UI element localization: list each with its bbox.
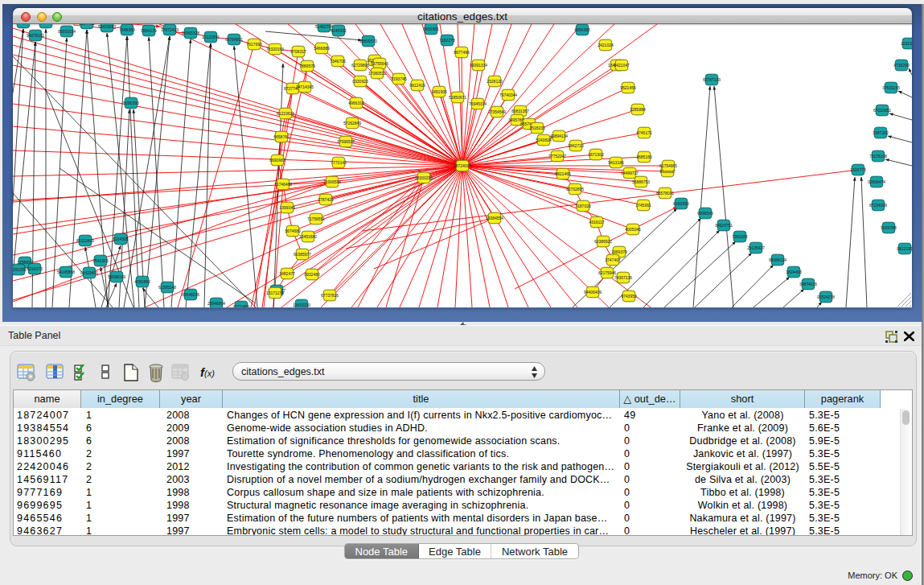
svg-text:7346706: 7346706 [330, 59, 346, 64]
svg-text:0564139: 0564139 [141, 28, 157, 33]
svg-text:1745961: 1745961 [635, 203, 651, 208]
svg-text:1399049: 1399049 [279, 205, 295, 210]
svg-text:19384554: 19384554 [486, 216, 503, 220]
svg-text:6690967: 6690967 [269, 158, 285, 163]
svg-text:2787429: 2787429 [318, 197, 334, 202]
svg-text:60385977: 60385977 [294, 252, 311, 257]
svg-text:5466889: 5466889 [314, 46, 330, 51]
svg-text:10122691: 10122691 [202, 35, 220, 39]
svg-text:6193990: 6193990 [673, 201, 689, 206]
svg-text:4005045: 4005045 [625, 227, 641, 232]
svg-text:80831367: 80831367 [511, 109, 529, 113]
svg-text:99091334: 99091334 [470, 63, 487, 68]
svg-text:86578091: 86578091 [656, 191, 674, 196]
svg-text:9743953: 9743953 [621, 294, 637, 299]
svg-text:96965328: 96965328 [182, 31, 199, 35]
svg-text:02606474: 02606474 [868, 179, 885, 184]
svg-text:9421047: 9421047 [614, 63, 630, 68]
svg-text:77752047: 77752047 [548, 154, 566, 159]
svg-text:3482477: 3482477 [279, 271, 295, 276]
svg-text:76320163: 76320163 [266, 47, 284, 51]
svg-text:62729806: 62729806 [351, 63, 369, 68]
svg-text:4216073: 4216073 [27, 266, 43, 271]
svg-text:27354549: 27354549 [488, 109, 506, 114]
svg-text:55698169: 55698169 [108, 274, 125, 279]
svg-text:94406409: 94406409 [584, 290, 602, 295]
svg-text:76945314: 76945314 [469, 101, 487, 106]
svg-text:9413186: 9413186 [608, 160, 624, 165]
svg-text:0812191: 0812191 [897, 246, 912, 251]
svg-text:67010651: 67010651 [873, 108, 891, 113]
svg-text:6998543: 6998543 [697, 211, 713, 216]
svg-text:17080531: 17080531 [368, 71, 386, 76]
svg-text:8677496: 8677496 [454, 50, 470, 55]
svg-text:34874016: 34874016 [799, 282, 817, 286]
svg-text:65648236: 65648236 [182, 292, 199, 297]
svg-text:7543303: 7543303 [92, 258, 109, 263]
svg-text:51850671: 51850671 [449, 95, 466, 100]
svg-text:57262849: 57262849 [343, 121, 361, 126]
svg-text:74367136: 74367136 [614, 275, 632, 280]
svg-text:71746488: 71746488 [274, 182, 292, 187]
svg-text:18300295: 18300295 [415, 175, 433, 180]
svg-text:7889579: 7889579 [299, 64, 315, 68]
svg-text:53419283: 53419283 [98, 24, 116, 29]
svg-text:53755646: 53755646 [371, 61, 388, 66]
svg-text:7193745: 7193745 [391, 76, 407, 81]
svg-text:2260256: 2260256 [13, 267, 27, 272]
svg-text:7187026: 7187026 [575, 204, 591, 208]
svg-text:00524278: 00524278 [817, 295, 835, 299]
svg-text:25135427: 25135427 [747, 245, 765, 250]
svg-text:37940265: 37940265 [14, 24, 32, 25]
svg-text:94078161: 94078161 [27, 33, 44, 38]
svg-text:6204505: 6204505 [113, 237, 129, 241]
svg-text:65787133: 65787133 [703, 77, 721, 82]
svg-text:73178108: 73178108 [869, 154, 887, 159]
svg-text:1491905: 1491905 [431, 89, 447, 94]
svg-text:7917693: 7917693 [246, 42, 262, 47]
svg-text:98084124: 98084124 [769, 257, 786, 262]
svg-text:5674680: 5674680 [285, 229, 301, 233]
svg-text:3747407: 3747407 [605, 257, 621, 262]
svg-text:4316117: 4316117 [589, 220, 604, 225]
svg-text:5430391: 5430391 [423, 27, 439, 31]
svg-text:0842710: 0842710 [568, 143, 584, 148]
svg-text:67737826: 67737826 [321, 293, 339, 298]
svg-text:87234309: 87234309 [869, 203, 887, 208]
svg-text:80112805: 80112805 [76, 238, 94, 243]
svg-text:9821465: 9821465 [555, 171, 571, 176]
svg-text:1969379: 1969379 [611, 249, 627, 254]
svg-text:3387262: 3387262 [873, 130, 889, 135]
svg-text:8721489: 8721489 [233, 304, 249, 307]
svg-text:7182278: 7182278 [439, 38, 455, 43]
svg-text:29946804: 29946804 [207, 301, 225, 306]
svg-text:1671902: 1671902 [588, 152, 604, 157]
svg-text:7770143: 7770143 [331, 160, 347, 165]
svg-text:81754965: 81754965 [659, 163, 677, 168]
svg-text:2328120: 2328120 [487, 79, 503, 84]
svg-text:81223623: 81223623 [277, 111, 294, 116]
svg-text:5098393: 5098393 [123, 101, 139, 105]
svg-text:04499727: 04499727 [621, 171, 639, 175]
svg-text:69784801: 69784801 [225, 37, 243, 42]
svg-text:34714345: 34714345 [296, 84, 314, 89]
svg-text:7648350: 7648350 [119, 27, 135, 32]
svg-text:4896383: 4896383 [574, 27, 590, 32]
svg-text:49894134: 49894134 [550, 134, 568, 138]
svg-text:34624751: 34624751 [715, 223, 733, 228]
svg-text:62386922: 62386922 [594, 239, 612, 244]
svg-text:3518233: 3518233 [529, 126, 545, 130]
svg-text:0932480: 0932480 [304, 272, 320, 277]
svg-text:8708317: 8708317 [290, 49, 306, 54]
svg-text:79740344: 79740344 [499, 93, 517, 97]
svg-text:1326773: 1326773 [850, 167, 866, 172]
svg-text:37996507: 37996507 [337, 139, 355, 144]
svg-text:37631165: 37631165 [882, 85, 900, 90]
svg-text:95931034: 95931034 [58, 29, 76, 34]
svg-text:7991183: 7991183 [732, 234, 747, 239]
svg-text:4745171: 4745171 [636, 130, 652, 135]
svg-text:9521456: 9521456 [620, 85, 636, 90]
svg-text:5009788: 5009788 [881, 225, 897, 230]
svg-text:54145868: 54145868 [57, 270, 75, 274]
svg-text:0330923: 0330923 [352, 79, 368, 84]
